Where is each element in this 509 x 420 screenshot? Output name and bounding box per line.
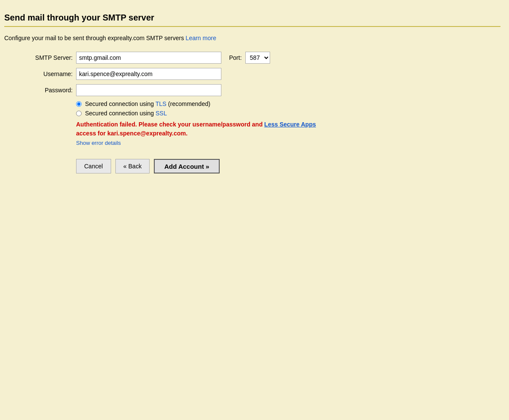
add-account-button[interactable]: Add Account »	[154, 159, 219, 173]
button-row: Cancel « Back Add Account »	[76, 159, 500, 173]
ssl-radio[interactable]	[76, 111, 82, 116]
smtp-server-row: SMTP Server: Port: 587 465 25	[21, 52, 500, 64]
page-title: Send mail through your SMTP server	[4, 13, 500, 23]
smtp-server-label: SMTP Server:	[21, 54, 73, 61]
tls-link[interactable]: TLS	[156, 100, 167, 107]
port-label: Port:	[229, 54, 242, 61]
username-input[interactable]	[76, 68, 221, 80]
form-area: SMTP Server: Port: 587 465 25 Username: …	[21, 52, 500, 173]
learn-more-link[interactable]: Learn more	[185, 35, 216, 41]
divider	[4, 26, 500, 27]
error-message: Authentication failed. Please check your…	[76, 121, 316, 137]
tls-label: Secured connection using TLS (recommende…	[85, 100, 210, 107]
tls-radio-row: Secured connection using TLS (recommende…	[76, 100, 500, 107]
password-label: Password:	[21, 87, 73, 94]
show-error-link[interactable]: Show error details	[76, 140, 332, 146]
ssl-link[interactable]: SSL	[156, 110, 167, 117]
cancel-button[interactable]: Cancel	[76, 159, 111, 173]
back-button[interactable]: « Back	[115, 159, 150, 173]
password-row: Password:	[21, 84, 500, 96]
password-input[interactable]	[76, 84, 221, 96]
ssl-radio-row: Secured connection using SSL	[76, 110, 500, 117]
error-block: Authentication failed. Please check your…	[76, 120, 332, 146]
username-label: Username:	[21, 70, 73, 77]
username-row: Username:	[21, 68, 500, 80]
port-select[interactable]: 587 465 25	[245, 52, 270, 64]
smtp-server-input[interactable]	[76, 52, 221, 64]
radio-section: Secured connection using TLS (recommende…	[76, 100, 500, 117]
tls-radio[interactable]	[76, 101, 82, 107]
less-secure-apps-link[interactable]: Less Secure Apps	[264, 121, 316, 128]
page-container: Send mail through your SMTP server Confi…	[0, 0, 509, 182]
subtitle: Configure your mail to be sent through e…	[4, 35, 500, 41]
subtitle-text: Configure your mail to be sent through e…	[4, 35, 185, 41]
ssl-label: Secured connection using SSL	[85, 110, 167, 117]
